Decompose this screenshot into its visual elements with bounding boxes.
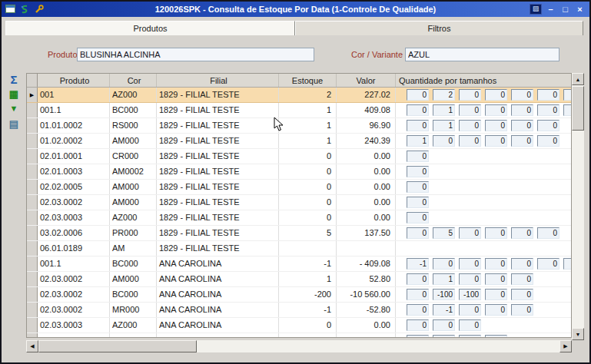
titlebar: 120026SPK - Consulta de Estoque Por Data…: [2, 2, 589, 17]
table-row[interactable]: 06.01.0189AM1829 - FILIAL TESTE: [27, 241, 571, 256]
detail-grid-icon[interactable]: ▤: [4, 117, 24, 131]
header-tamanhos[interactable]: Quantidade por tamanhos: [396, 74, 571, 87]
table-row[interactable]: 001.1BC0001829 - FILIAL TESTE1409.080100…: [27, 103, 571, 118]
size-qty-box: 1: [433, 273, 455, 285]
size-qty-box: 0: [407, 227, 429, 239]
cell-tamanhos: 0-1000: [396, 303, 571, 317]
cell-tamanhos: [396, 241, 571, 256]
cell-filial: 1829 - FILIAL TESTE: [157, 210, 279, 225]
size-qty-box: 0: [433, 258, 455, 270]
cell-valor: 0.00: [337, 180, 396, 194]
system-menu-icon[interactable]: ▨: [530, 4, 542, 15]
cor-variante-input[interactable]: [405, 48, 559, 61]
tab-produtos[interactable]: Produtos: [5, 21, 295, 35]
scroll-right-icon[interactable]: ▶: [559, 340, 572, 352]
cell-filial: 1829 - FILIAL TESTE: [157, 118, 279, 133]
table-row[interactable]: 02.03.0002BC000ANA CAROLINA-200-10 560.0…: [27, 287, 571, 303]
size-qty-box: 2: [433, 89, 455, 101]
table-row[interactable]: 03.02.0006PR0001829 - FILIAL TESTE5137.5…: [27, 226, 571, 241]
cell-valor: 240.39: [337, 134, 396, 148]
table-row[interactable]: 02.03.0003AZ0001829 - FILIAL TESTE00.000: [27, 210, 571, 226]
size-qty-box: -1: [407, 335, 429, 338]
size-qty-box: -100: [459, 289, 481, 300]
table-row[interactable]: 01.02.0002AM0001829 - FILIAL TESTE1240.3…: [27, 134, 571, 149]
scroll-left-icon[interactable]: ◀: [26, 340, 38, 352]
header-produto[interactable]: Produto: [38, 74, 110, 87]
cell-cor: AM000: [110, 195, 157, 210]
cell-cor: CR000: [110, 149, 157, 164]
header-cor[interactable]: Cor: [110, 74, 157, 87]
scroll-down-icon[interactable]: ▼: [572, 328, 584, 340]
size-qty-box: 0: [407, 212, 429, 223]
table-row[interactable]: 02.01.0001CR0001829 - FILIAL TESTE00.000: [27, 149, 571, 164]
minimize-button[interactable]: –: [545, 4, 556, 15]
cell-cor: CR000: [110, 333, 157, 338]
table-row[interactable]: ▶001AZ0001829 - FILIAL TESTE2227.0202000…: [27, 88, 571, 103]
size-qty-box: 0: [511, 273, 533, 285]
cell-valor: -7.16: [337, 333, 396, 338]
size-qty-box: 0: [485, 104, 507, 116]
size-qty-box: -100: [433, 289, 455, 300]
cell-valor: 96.90: [337, 118, 396, 133]
size-qty-box: 0: [485, 258, 507, 270]
produto-input[interactable]: [77, 48, 314, 61]
tab-filtros[interactable]: Filtros: [295, 21, 583, 35]
table-row[interactable]: 02.03.0008CR000ANA CAROLINA-1-7.16-1000: [27, 333, 571, 338]
header-valor[interactable]: Valor: [337, 74, 396, 87]
app-window: 120026SPK - Consulta de Estoque Por Data…: [0, 0, 591, 364]
table-row[interactable]: 001.1BC000ANA CAROLINA-1- 409.08-1000000: [27, 256, 571, 272]
window-title: 120026SPK - Consulta de Estoque Por Data…: [2, 2, 589, 17]
filter-funnel-icon[interactable]: ▼: [4, 101, 24, 115]
cell-produto: 02.03.0003: [38, 318, 110, 333]
produto-label: Produto: [48, 48, 78, 61]
horizontal-scrollbar-thumb[interactable]: [38, 340, 197, 352]
close-button[interactable]: ×: [574, 4, 586, 15]
size-qty-box: 0: [459, 273, 481, 285]
size-qty-box: 0: [485, 304, 507, 316]
header-estoque[interactable]: Estoque: [279, 74, 337, 87]
size-qty-box: 1: [433, 104, 455, 116]
cell-tamanhos: 01000: [396, 272, 571, 286]
size-qty-box: 0: [485, 227, 507, 239]
size-qty-box: 0: [485, 120, 507, 131]
row-indicator: [27, 195, 38, 210]
cell-estoque: -1: [279, 256, 337, 271]
table-row[interactable]: 02.03.0002AM000ANA CAROLINA152.8001000: [27, 272, 571, 287]
table-row[interactable]: 02.03.0003AZ000ANA CAROLINA00.00000: [27, 318, 571, 333]
cell-tamanhos: 100000: [396, 134, 571, 148]
row-indicator: [27, 149, 38, 164]
grid-header: Produto Cor Filial Estoque Valor Quantid…: [27, 74, 571, 88]
cell-tamanhos: 000: [396, 318, 571, 333]
cell-valor: 0.00: [337, 318, 396, 333]
size-qty-box: -1: [407, 258, 429, 270]
scroll-up-icon[interactable]: ▲: [572, 73, 584, 85]
cell-produto: 02.01.0001: [38, 149, 110, 164]
cell-filial: 1829 - FILIAL TESTE: [157, 103, 279, 117]
table-row[interactable]: 02.02.0005AM0001829 - FILIAL TESTE00.000: [27, 180, 571, 195]
wrench-icon[interactable]: [34, 4, 45, 14]
header-filial[interactable]: Filial: [157, 74, 279, 87]
table-row[interactable]: 02.03.0002AM0001829 - FILIAL TESTE00.000: [27, 195, 571, 210]
size-qty-box: 0: [407, 289, 429, 300]
table-row[interactable]: 02.03.0002MR000ANA CAROLINA-1-52.800-100…: [27, 303, 571, 318]
tabstrip: Produtos Filtros: [2, 18, 589, 35]
cell-estoque: 0: [279, 210, 337, 225]
form-grid-icon[interactable]: [5, 4, 15, 14]
table-row[interactable]: 02.01.0003AM00021829 - FILIAL TESTE00.00…: [27, 164, 571, 180]
cell-filial: ANA CAROLINA: [157, 272, 279, 286]
app-logo-icon: [19, 4, 30, 14]
cell-valor: 0.00: [337, 149, 396, 164]
cell-produto: 02.03.0002: [38, 303, 110, 317]
size-qty-box: 0: [537, 89, 559, 101]
cell-cor: AM0002: [110, 164, 157, 179]
export-grid-icon[interactable]: ▦: [4, 87, 24, 101]
maximize-button[interactable]: □: [559, 4, 571, 15]
size-qty-box: 0: [407, 181, 429, 193]
cell-cor: AM000: [110, 272, 157, 286]
sum-icon[interactable]: Σ: [4, 72, 24, 86]
cell-estoque: 1: [279, 134, 337, 148]
vertical-scrollbar-thumb[interactable]: [572, 86, 584, 131]
size-qty-box: 0: [459, 258, 481, 270]
table-row[interactable]: 01.01.0002RS0001829 - FILIAL TESTE196.90…: [27, 118, 571, 134]
size-qty-box: 0: [407, 104, 429, 116]
